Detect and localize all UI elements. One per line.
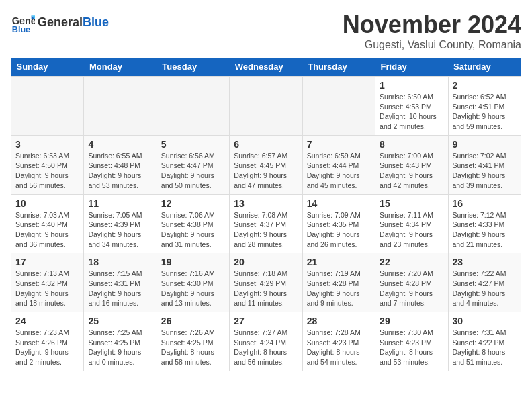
day-number: 6 <box>234 139 298 150</box>
logo: General Blue GeneralBlue <box>11 11 109 35</box>
day-number: 11 <box>88 198 152 209</box>
day-info: Sunrise: 7:11 AM Sunset: 4:34 PM Dayligh… <box>380 210 443 250</box>
calendar-week-row: 17Sunrise: 7:13 AM Sunset: 4:32 PM Dayli… <box>11 253 521 312</box>
day-info: Sunrise: 6:52 AM Sunset: 4:51 PM Dayligh… <box>453 92 517 132</box>
day-info: Sunrise: 7:03 AM Sunset: 4:40 PM Dayligh… <box>15 210 79 250</box>
day-number: 16 <box>453 198 517 209</box>
day-number: 17 <box>15 257 79 267</box>
calendar-cell <box>230 77 302 136</box>
calendar-cell: 18Sunrise: 7:15 AM Sunset: 4:31 PM Dayli… <box>84 253 157 312</box>
day-number: 25 <box>88 316 152 326</box>
calendar-week-row: 3Sunrise: 6:53 AM Sunset: 4:50 PM Daylig… <box>11 135 521 194</box>
weekday-header-sunday: Sunday <box>11 58 84 77</box>
day-info: Sunrise: 7:06 AM Sunset: 4:38 PM Dayligh… <box>161 210 225 250</box>
logo-icon: General Blue <box>11 11 35 35</box>
day-number: 26 <box>161 316 225 326</box>
day-info: Sunrise: 7:15 AM Sunset: 4:31 PM Dayligh… <box>88 269 152 308</box>
day-number: 7 <box>307 139 371 150</box>
day-info: Sunrise: 7:26 AM Sunset: 4:25 PM Dayligh… <box>161 328 225 367</box>
day-info: Sunrise: 6:56 AM Sunset: 4:47 PM Dayligh… <box>161 151 225 191</box>
weekday-header-wednesday: Wednesday <box>230 58 302 77</box>
calendar-cell: 23Sunrise: 7:22 AM Sunset: 4:27 PM Dayli… <box>448 253 521 312</box>
day-number: 19 <box>161 257 225 267</box>
logo-text: GeneralBlue <box>38 15 109 30</box>
calendar-week-row: 1Sunrise: 6:50 AM Sunset: 4:53 PM Daylig… <box>11 77 521 136</box>
weekday-header-tuesday: Tuesday <box>157 58 229 77</box>
day-number: 5 <box>161 139 225 150</box>
day-info: Sunrise: 7:31 AM Sunset: 4:22 PM Dayligh… <box>453 328 517 367</box>
day-number: 1 <box>380 80 443 91</box>
day-info: Sunrise: 6:57 AM Sunset: 4:45 PM Dayligh… <box>234 151 298 191</box>
calendar-cell: 28Sunrise: 7:28 AM Sunset: 4:23 PM Dayli… <box>302 312 375 371</box>
calendar-cell: 12Sunrise: 7:06 AM Sunset: 4:38 PM Dayli… <box>157 194 229 253</box>
calendar-cell: 4Sunrise: 6:55 AM Sunset: 4:48 PM Daylig… <box>84 135 157 194</box>
day-number: 23 <box>453 257 517 267</box>
calendar-cell: 29Sunrise: 7:30 AM Sunset: 4:23 PM Dayli… <box>375 312 448 371</box>
day-number: 13 <box>234 198 298 209</box>
calendar-cell: 13Sunrise: 7:08 AM Sunset: 4:37 PM Dayli… <box>230 194 302 253</box>
calendar-cell: 20Sunrise: 7:18 AM Sunset: 4:29 PM Dayli… <box>230 253 302 312</box>
calendar-cell: 26Sunrise: 7:26 AM Sunset: 4:25 PM Dayli… <box>157 312 229 371</box>
day-number: 29 <box>380 316 443 326</box>
day-number: 22 <box>380 257 443 267</box>
day-info: Sunrise: 7:09 AM Sunset: 4:35 PM Dayligh… <box>307 210 371 250</box>
day-info: Sunrise: 7:28 AM Sunset: 4:23 PM Dayligh… <box>307 328 371 367</box>
page-header: General Blue GeneralBlue November 2024 G… <box>11 11 521 51</box>
day-info: Sunrise: 7:00 AM Sunset: 4:43 PM Dayligh… <box>380 151 443 191</box>
day-number: 21 <box>307 257 371 267</box>
calendar-cell: 24Sunrise: 7:23 AM Sunset: 4:26 PM Dayli… <box>11 312 84 371</box>
calendar-cell: 17Sunrise: 7:13 AM Sunset: 4:32 PM Dayli… <box>11 253 84 312</box>
day-number: 15 <box>380 198 443 209</box>
calendar-week-row: 24Sunrise: 7:23 AM Sunset: 4:26 PM Dayli… <box>11 312 521 371</box>
calendar-cell: 11Sunrise: 7:05 AM Sunset: 4:39 PM Dayli… <box>84 194 157 253</box>
day-info: Sunrise: 7:05 AM Sunset: 4:39 PM Dayligh… <box>88 210 152 250</box>
calendar-cell: 9Sunrise: 7:02 AM Sunset: 4:41 PM Daylig… <box>448 135 521 194</box>
day-info: Sunrise: 7:20 AM Sunset: 4:28 PM Dayligh… <box>380 269 443 308</box>
day-info: Sunrise: 7:16 AM Sunset: 4:30 PM Dayligh… <box>161 269 225 308</box>
calendar-cell <box>11 77 84 136</box>
day-info: Sunrise: 6:53 AM Sunset: 4:50 PM Dayligh… <box>15 151 79 191</box>
calendar-cell: 1Sunrise: 6:50 AM Sunset: 4:53 PM Daylig… <box>375 77 448 136</box>
location-subtitle: Gugesti, Vaslui County, Romania <box>343 39 521 51</box>
day-number: 14 <box>307 198 371 209</box>
day-number: 20 <box>234 257 298 267</box>
day-info: Sunrise: 7:02 AM Sunset: 4:41 PM Dayligh… <box>453 151 517 191</box>
logo-blue: Blue <box>83 15 109 29</box>
day-info: Sunrise: 7:13 AM Sunset: 4:32 PM Dayligh… <box>15 269 79 308</box>
calendar-cell <box>157 77 229 136</box>
weekday-header-thursday: Thursday <box>302 58 375 77</box>
calendar-cell: 14Sunrise: 7:09 AM Sunset: 4:35 PM Dayli… <box>302 194 375 253</box>
day-info: Sunrise: 7:22 AM Sunset: 4:27 PM Dayligh… <box>453 269 517 308</box>
month-title: November 2024 <box>343 11 521 39</box>
day-number: 18 <box>88 257 152 267</box>
calendar-cell: 27Sunrise: 7:27 AM Sunset: 4:24 PM Dayli… <box>230 312 302 371</box>
svg-text:Blue: Blue <box>12 25 30 34</box>
title-area: November 2024 Gugesti, Vaslui County, Ro… <box>343 11 521 51</box>
calendar-cell <box>84 77 157 136</box>
weekday-header-monday: Monday <box>84 58 157 77</box>
day-number: 2 <box>453 80 517 91</box>
calendar-cell: 5Sunrise: 6:56 AM Sunset: 4:47 PM Daylig… <box>157 135 229 194</box>
day-info: Sunrise: 7:19 AM Sunset: 4:28 PM Dayligh… <box>307 269 371 308</box>
calendar-cell: 8Sunrise: 7:00 AM Sunset: 4:43 PM Daylig… <box>375 135 448 194</box>
day-info: Sunrise: 6:59 AM Sunset: 4:44 PM Dayligh… <box>307 151 371 191</box>
day-number: 4 <box>88 139 152 150</box>
calendar-cell: 15Sunrise: 7:11 AM Sunset: 4:34 PM Dayli… <box>375 194 448 253</box>
day-info: Sunrise: 7:27 AM Sunset: 4:24 PM Dayligh… <box>234 328 298 367</box>
calendar-cell <box>302 77 375 136</box>
day-number: 30 <box>453 316 517 326</box>
weekday-header-row: SundayMondayTuesdayWednesdayThursdayFrid… <box>11 58 521 77</box>
day-number: 12 <box>161 198 225 209</box>
calendar-cell: 10Sunrise: 7:03 AM Sunset: 4:40 PM Dayli… <box>11 194 84 253</box>
day-info: Sunrise: 7:23 AM Sunset: 4:26 PM Dayligh… <box>15 328 79 367</box>
day-info: Sunrise: 6:50 AM Sunset: 4:53 PM Dayligh… <box>380 92 443 132</box>
calendar-cell: 3Sunrise: 6:53 AM Sunset: 4:50 PM Daylig… <box>11 135 84 194</box>
day-info: Sunrise: 7:30 AM Sunset: 4:23 PM Dayligh… <box>380 328 443 367</box>
calendar-cell: 6Sunrise: 6:57 AM Sunset: 4:45 PM Daylig… <box>230 135 302 194</box>
calendar-table: SundayMondayTuesdayWednesdayThursdayFrid… <box>11 58 521 371</box>
weekday-header-saturday: Saturday <box>448 58 521 77</box>
calendar-cell: 16Sunrise: 7:12 AM Sunset: 4:33 PM Dayli… <box>448 194 521 253</box>
day-info: Sunrise: 6:55 AM Sunset: 4:48 PM Dayligh… <box>88 151 152 191</box>
calendar-cell: 2Sunrise: 6:52 AM Sunset: 4:51 PM Daylig… <box>448 77 521 136</box>
day-info: Sunrise: 7:12 AM Sunset: 4:33 PM Dayligh… <box>453 210 517 250</box>
